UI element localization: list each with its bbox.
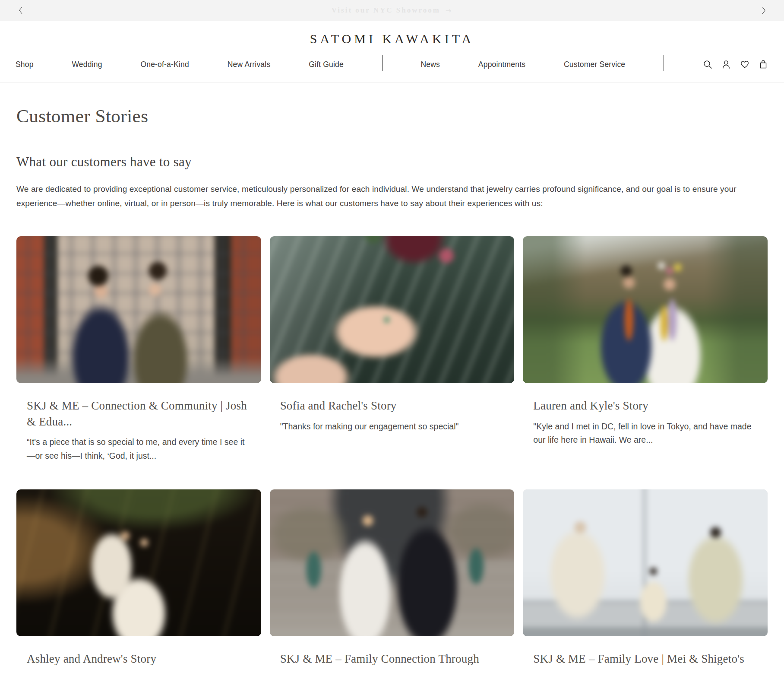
site-header: SATOMI KAWAKITA Shop Wedding One-of-a-Ki…: [0, 21, 784, 83]
story-title[interactable]: Lauren and Kyle's Story: [533, 398, 757, 413]
story-excerpt: "Thanks for making our engagement so spe…: [280, 420, 504, 434]
header-icon-group: [702, 59, 768, 70]
account-icon: [721, 60, 731, 69]
story-excerpt: “It's a piece that is so special to me, …: [27, 435, 251, 463]
stories-grid: SKJ & ME – Connection & Community | Josh…: [16, 236, 768, 667]
cart-button[interactable]: [758, 59, 768, 70]
nav-item-news[interactable]: News: [420, 60, 440, 69]
announcement-banner: Visit our NYC Showroom →: [0, 0, 784, 21]
story-image[interactable]: [523, 489, 768, 636]
story-image[interactable]: [270, 489, 515, 636]
nav-item-customer-service[interactable]: Customer Service: [564, 60, 625, 69]
page-subtitle: What our customers have to say: [16, 154, 768, 170]
chevron-right-icon: [761, 6, 766, 15]
story-card-sofia-rachel[interactable]: Sofia and Rachel's Story "Thanks for mak…: [270, 236, 515, 463]
story-image[interactable]: [16, 236, 261, 383]
banner-showroom-link[interactable]: Visit our NYC Showroom →: [332, 6, 453, 15]
arrow-right-icon: →: [446, 6, 452, 15]
chevron-left-icon: [19, 6, 23, 15]
nav-item-new-arrivals[interactable]: New Arrivals: [228, 60, 271, 69]
search-icon: [703, 60, 712, 69]
story-card-josh-edua[interactable]: SKJ & ME – Connection & Community | Josh…: [16, 236, 261, 463]
story-card-lauren-kyle[interactable]: Lauren and Kyle's Story "Kyle and I met …: [523, 236, 768, 463]
heart-icon: [740, 60, 749, 69]
banner-next-button[interactable]: [755, 0, 772, 21]
nav-item-appointments[interactable]: Appointments: [478, 60, 525, 69]
story-title[interactable]: SKJ & ME – Connection & Community | Josh…: [27, 398, 251, 429]
main-nav: Shop Wedding One-of-a-Kind New Arrivals …: [0, 57, 784, 71]
story-title[interactable]: SKJ & ME – Family Love | Mei & Shigeto's: [533, 651, 757, 667]
main-content: Customer Stories What our customers have…: [0, 105, 784, 667]
page-title: Customer Stories: [16, 105, 768, 127]
search-button[interactable]: [702, 59, 713, 70]
story-title[interactable]: Ashley and Andrew's Story: [27, 651, 251, 667]
story-image[interactable]: [523, 236, 768, 383]
nav-divider: [382, 55, 383, 71]
story-card-ashley-andrew[interactable]: Ashley and Andrew's Story: [16, 489, 261, 667]
nav-item-wedding[interactable]: Wedding: [72, 60, 102, 69]
nav-item-shop[interactable]: Shop: [16, 60, 34, 69]
nav-divider: [664, 55, 664, 71]
story-card-mei-shigeto[interactable]: SKJ & ME – Family Love | Mei & Shigeto's: [523, 489, 768, 667]
bag-icon: [759, 60, 768, 69]
story-image[interactable]: [270, 236, 515, 383]
story-card-family-connection[interactable]: SKJ & ME – Family Connection Through: [270, 489, 515, 667]
banner-message: Visit our NYC Showroom: [332, 6, 440, 15]
story-excerpt: "Kyle and I met in DC, fell in love in T…: [533, 420, 757, 447]
account-button[interactable]: [721, 59, 731, 70]
story-title[interactable]: Sofia and Rachel's Story: [280, 398, 504, 413]
page-intro: We are dedicated to providing exceptiona…: [16, 182, 768, 210]
nav-item-gift-guide[interactable]: Gift Guide: [309, 60, 344, 69]
banner-prev-button[interactable]: [12, 0, 29, 21]
story-title[interactable]: SKJ & ME – Family Connection Through: [280, 651, 504, 667]
brand-logo[interactable]: SATOMI KAWAKITA: [0, 32, 784, 46]
wishlist-button[interactable]: [740, 59, 750, 70]
nav-item-one-of-a-kind[interactable]: One-of-a-Kind: [140, 60, 189, 69]
story-image[interactable]: [16, 489, 261, 636]
